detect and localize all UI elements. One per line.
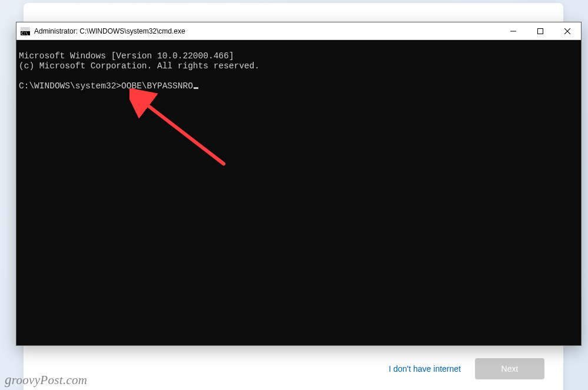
terminal-command-text: C:\WINDOWS\system32>OOBE\BYPASSNRO	[19, 81, 193, 91]
oobe-footer: I don't have internet Next	[40, 358, 547, 390]
svg-rect-1	[538, 28, 543, 34]
window-controls	[500, 22, 581, 39]
next-button[interactable]: Next	[475, 358, 544, 379]
window-titlebar[interactable]: C:\ Administrator: C:\WINDOWS\system32\c…	[16, 22, 581, 40]
close-button[interactable]	[554, 22, 581, 39]
window-title: Administrator: C:\WINDOWS\system32\cmd.e…	[34, 27, 185, 35]
text-cursor	[194, 87, 198, 89]
minimize-button[interactable]	[500, 22, 527, 39]
maximize-button[interactable]	[527, 22, 554, 39]
no-internet-link[interactable]: I don't have internet	[386, 359, 463, 378]
watermark-text: groovyPost.com	[5, 372, 87, 388]
terminal-line: (c) Microsoft Corporation. All rights re…	[19, 61, 260, 71]
terminal-prompt: C:\WINDOWS\system32>OOBE\BYPASSNRO	[19, 81, 198, 91]
terminal-line: Microsoft Windows [Version 10.0.22000.46…	[19, 51, 234, 61]
terminal-output[interactable]: Microsoft Windows [Version 10.0.22000.46…	[16, 40, 581, 345]
cmd-icon: C:\	[21, 27, 30, 35]
command-prompt-window: C:\ Administrator: C:\WINDOWS\system32\c…	[16, 22, 582, 346]
